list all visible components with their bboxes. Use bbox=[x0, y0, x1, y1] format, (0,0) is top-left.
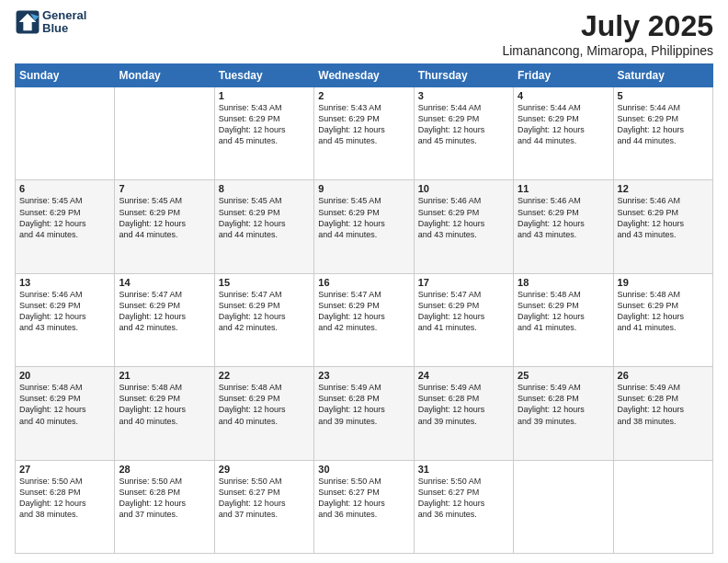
calendar-header-row: SundayMondayTuesdayWednesdayThursdayFrid… bbox=[16, 64, 713, 87]
weekday-header-monday: Monday bbox=[115, 64, 214, 87]
day-info: Sunrise: 5:48 AM Sunset: 6:29 PM Dayligh… bbox=[119, 382, 210, 427]
calendar-cell: 11Sunrise: 5:46 AM Sunset: 6:29 PM Dayli… bbox=[514, 180, 613, 273]
weekday-header-saturday: Saturday bbox=[613, 64, 712, 87]
calendar-cell: 22Sunrise: 5:48 AM Sunset: 6:29 PM Dayli… bbox=[214, 367, 313, 460]
calendar-title: July 2025 bbox=[502, 9, 713, 43]
day-info: Sunrise: 5:45 AM Sunset: 6:29 PM Dayligh… bbox=[318, 195, 409, 240]
calendar-cell: 9Sunrise: 5:45 AM Sunset: 6:29 PM Daylig… bbox=[314, 180, 414, 273]
calendar-cell: 10Sunrise: 5:46 AM Sunset: 6:29 PM Dayli… bbox=[414, 180, 513, 273]
day-info: Sunrise: 5:50 AM Sunset: 6:28 PM Dayligh… bbox=[119, 476, 210, 521]
calendar-table: SundayMondayTuesdayWednesdayThursdayFrid… bbox=[15, 63, 713, 554]
day-info: Sunrise: 5:46 AM Sunset: 6:29 PM Dayligh… bbox=[418, 195, 509, 240]
day-number: 18 bbox=[518, 277, 609, 288]
calendar-cell: 2Sunrise: 5:43 AM Sunset: 6:29 PM Daylig… bbox=[314, 87, 414, 180]
day-number: 9 bbox=[318, 183, 409, 194]
logo-line2: Blue bbox=[42, 22, 86, 35]
calendar-week-3: 13Sunrise: 5:46 AM Sunset: 6:29 PM Dayli… bbox=[16, 273, 713, 366]
day-info: Sunrise: 5:47 AM Sunset: 6:29 PM Dayligh… bbox=[418, 289, 509, 334]
day-info: Sunrise: 5:43 AM Sunset: 6:29 PM Dayligh… bbox=[318, 102, 409, 147]
calendar-cell: 12Sunrise: 5:46 AM Sunset: 6:29 PM Dayli… bbox=[613, 180, 712, 273]
day-number: 3 bbox=[418, 90, 509, 101]
calendar-cell: 23Sunrise: 5:49 AM Sunset: 6:28 PM Dayli… bbox=[314, 367, 414, 460]
calendar-week-1: 1Sunrise: 5:43 AM Sunset: 6:29 PM Daylig… bbox=[16, 87, 713, 180]
day-number: 30 bbox=[318, 464, 409, 475]
calendar-cell: 20Sunrise: 5:48 AM Sunset: 6:29 PM Dayli… bbox=[16, 367, 115, 460]
day-info: Sunrise: 5:48 AM Sunset: 6:29 PM Dayligh… bbox=[518, 289, 609, 334]
day-info: Sunrise: 5:43 AM Sunset: 6:29 PM Dayligh… bbox=[219, 102, 310, 147]
calendar-cell: 26Sunrise: 5:49 AM Sunset: 6:28 PM Dayli… bbox=[613, 367, 712, 460]
calendar-cell: 13Sunrise: 5:46 AM Sunset: 6:29 PM Dayli… bbox=[16, 273, 115, 366]
day-info: Sunrise: 5:48 AM Sunset: 6:29 PM Dayligh… bbox=[19, 382, 110, 427]
day-number: 14 bbox=[119, 277, 210, 288]
weekday-header-friday: Friday bbox=[514, 64, 613, 87]
day-info: Sunrise: 5:46 AM Sunset: 6:29 PM Dayligh… bbox=[19, 289, 110, 334]
calendar-cell: 6Sunrise: 5:45 AM Sunset: 6:29 PM Daylig… bbox=[16, 180, 115, 273]
day-number: 2 bbox=[318, 90, 409, 101]
day-info: Sunrise: 5:50 AM Sunset: 6:27 PM Dayligh… bbox=[418, 476, 509, 521]
calendar-cell: 3Sunrise: 5:44 AM Sunset: 6:29 PM Daylig… bbox=[414, 87, 513, 180]
logo-line1: General bbox=[42, 9, 86, 22]
day-info: Sunrise: 5:48 AM Sunset: 6:29 PM Dayligh… bbox=[219, 382, 310, 427]
weekday-header-wednesday: Wednesday bbox=[314, 64, 414, 87]
day-number: 12 bbox=[618, 183, 709, 194]
day-info: Sunrise: 5:49 AM Sunset: 6:28 PM Dayligh… bbox=[318, 382, 409, 427]
day-number: 1 bbox=[219, 90, 310, 101]
weekday-header-sunday: Sunday bbox=[16, 64, 115, 87]
calendar-week-5: 27Sunrise: 5:50 AM Sunset: 6:28 PM Dayli… bbox=[16, 460, 713, 553]
day-info: Sunrise: 5:50 AM Sunset: 6:27 PM Dayligh… bbox=[219, 476, 310, 521]
calendar-cell bbox=[613, 460, 712, 553]
day-number: 15 bbox=[219, 277, 310, 288]
day-number: 8 bbox=[219, 183, 310, 194]
title-block: July 2025 Limanancong, Mimaropa, Philipp… bbox=[502, 9, 713, 58]
day-number: 21 bbox=[119, 370, 210, 381]
calendar-cell bbox=[514, 460, 613, 553]
day-number: 6 bbox=[19, 183, 110, 194]
day-info: Sunrise: 5:45 AM Sunset: 6:29 PM Dayligh… bbox=[19, 195, 110, 240]
calendar-cell: 14Sunrise: 5:47 AM Sunset: 6:29 PM Dayli… bbox=[115, 273, 214, 366]
day-info: Sunrise: 5:44 AM Sunset: 6:29 PM Dayligh… bbox=[418, 102, 509, 147]
calendar-cell: 16Sunrise: 5:47 AM Sunset: 6:29 PM Dayli… bbox=[314, 273, 414, 366]
day-number: 17 bbox=[418, 277, 509, 288]
day-number: 26 bbox=[618, 370, 709, 381]
logo-text: General Blue bbox=[42, 9, 86, 36]
day-number: 7 bbox=[119, 183, 210, 194]
day-number: 10 bbox=[418, 183, 509, 194]
day-number: 27 bbox=[19, 464, 110, 475]
calendar-cell: 18Sunrise: 5:48 AM Sunset: 6:29 PM Dayli… bbox=[514, 273, 613, 366]
day-info: Sunrise: 5:46 AM Sunset: 6:29 PM Dayligh… bbox=[518, 195, 609, 240]
calendar-cell: 4Sunrise: 5:44 AM Sunset: 6:29 PM Daylig… bbox=[514, 87, 613, 180]
calendar-cell: 25Sunrise: 5:49 AM Sunset: 6:28 PM Dayli… bbox=[514, 367, 613, 460]
calendar-cell: 8Sunrise: 5:45 AM Sunset: 6:29 PM Daylig… bbox=[214, 180, 313, 273]
calendar-subtitle: Limanancong, Mimaropa, Philippines bbox=[502, 43, 713, 58]
logo-icon bbox=[15, 9, 40, 35]
day-info: Sunrise: 5:49 AM Sunset: 6:28 PM Dayligh… bbox=[518, 382, 609, 427]
page-header: General Blue July 2025 Limanancong, Mima… bbox=[15, 9, 713, 58]
day-info: Sunrise: 5:45 AM Sunset: 6:29 PM Dayligh… bbox=[119, 195, 210, 240]
day-number: 5 bbox=[618, 90, 709, 101]
calendar-cell: 19Sunrise: 5:48 AM Sunset: 6:29 PM Dayli… bbox=[613, 273, 712, 366]
day-number: 24 bbox=[418, 370, 509, 381]
weekday-header-tuesday: Tuesday bbox=[214, 64, 313, 87]
calendar-week-2: 6Sunrise: 5:45 AM Sunset: 6:29 PM Daylig… bbox=[16, 180, 713, 273]
calendar-cell: 31Sunrise: 5:50 AM Sunset: 6:27 PM Dayli… bbox=[414, 460, 513, 553]
day-number: 20 bbox=[19, 370, 110, 381]
calendar-cell: 1Sunrise: 5:43 AM Sunset: 6:29 PM Daylig… bbox=[214, 87, 313, 180]
calendar-cell: 17Sunrise: 5:47 AM Sunset: 6:29 PM Dayli… bbox=[414, 273, 513, 366]
day-info: Sunrise: 5:50 AM Sunset: 6:28 PM Dayligh… bbox=[19, 476, 110, 521]
day-number: 22 bbox=[219, 370, 310, 381]
calendar-cell: 29Sunrise: 5:50 AM Sunset: 6:27 PM Dayli… bbox=[214, 460, 313, 553]
calendar-cell bbox=[115, 87, 214, 180]
day-number: 19 bbox=[618, 277, 709, 288]
day-info: Sunrise: 5:44 AM Sunset: 6:29 PM Dayligh… bbox=[618, 102, 709, 147]
day-info: Sunrise: 5:47 AM Sunset: 6:29 PM Dayligh… bbox=[318, 289, 409, 334]
day-info: Sunrise: 5:46 AM Sunset: 6:29 PM Dayligh… bbox=[618, 195, 709, 240]
day-number: 16 bbox=[318, 277, 409, 288]
calendar-cell: 5Sunrise: 5:44 AM Sunset: 6:29 PM Daylig… bbox=[613, 87, 712, 180]
calendar-cell: 27Sunrise: 5:50 AM Sunset: 6:28 PM Dayli… bbox=[16, 460, 115, 553]
calendar-cell: 28Sunrise: 5:50 AM Sunset: 6:28 PM Dayli… bbox=[115, 460, 214, 553]
day-info: Sunrise: 5:45 AM Sunset: 6:29 PM Dayligh… bbox=[219, 195, 310, 240]
day-number: 25 bbox=[518, 370, 609, 381]
day-number: 29 bbox=[219, 464, 310, 475]
day-number: 31 bbox=[418, 464, 509, 475]
day-number: 4 bbox=[518, 90, 609, 101]
